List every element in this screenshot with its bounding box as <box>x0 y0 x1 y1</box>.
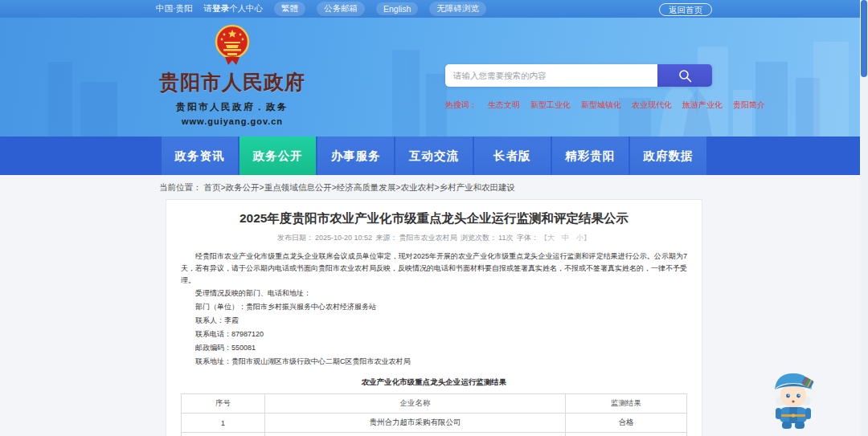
cell-result: 合格 <box>566 433 687 436</box>
nav-item-services[interactable]: 办事服务 <box>317 137 394 175</box>
header-banner: 贵阳市人民政府 贵阳市人民政府．政务 www.guiyang.gov.cn 热搜… <box>0 18 868 137</box>
font-size-switcher[interactable]: 【大 中 小】 <box>540 234 591 242</box>
table-header-row: 序号 企业名称 监测结果 <box>182 394 687 414</box>
hot-search-row: 热搜词： 生态文明 新型工业化 新型城镇化 农业现代化 旅游产业化 贵阳简介 <box>445 100 712 111</box>
assistant-mascot[interactable] <box>768 365 818 430</box>
article-paragraph: 受理情况反映的部门、电话和地址： <box>181 287 687 300</box>
search-input[interactable] <box>445 64 657 87</box>
main-navigation: 政务资讯 政务公开 办事服务 互动交流 长者版 精彩贵阳 政府数据 <box>0 137 868 175</box>
scrollbar[interactable] <box>860 0 868 436</box>
table-row: 2 贵州友禾种业有限公司 合格 <box>182 433 687 436</box>
views-value: 11次 <box>498 234 513 242</box>
hot-search-item[interactable]: 生态文明 <box>488 100 520 111</box>
accessibility-link[interactable]: 无障碍浏览 <box>429 2 486 16</box>
col-header-result: 监测结果 <box>566 394 687 414</box>
article-card: 2025年度贵阳市农业产业化市级重点龙头企业运行监测和评定结果公示 发布日期：2… <box>166 199 702 436</box>
publish-date: 2025-10-20 10:52 <box>315 234 372 242</box>
site-link[interactable]: 中国·贵阳 <box>156 3 193 14</box>
nav-item-disclosure[interactable]: 政务公开 <box>240 137 316 175</box>
search-icon <box>678 69 692 83</box>
cell-result: 合格 <box>566 414 687 433</box>
national-emblem-icon <box>214 24 251 67</box>
monitoring-result-table: 序号 企业名称 监测结果 1 贵州合力超市采购有限公司 合格 2 贵州友禾种业有… <box>181 393 687 436</box>
postal-code: 邮政编码：550081 <box>181 341 687 355</box>
login-prefix: 请 <box>204 3 213 13</box>
col-header-index: 序号 <box>182 394 265 414</box>
contact-person: 联系人：李霞 <box>181 314 687 328</box>
breadcrumb: 当前位置： 首页>政务公开>重点领域信息公开>经济高质量发展>农业农村>乡村产业… <box>159 175 709 199</box>
hot-search-item[interactable]: 贵阳简介 <box>733 100 765 111</box>
login-suffix: 个人中心 <box>229 3 263 13</box>
scrollbar-thumb[interactable] <box>861 0 867 77</box>
nav-item-news[interactable]: 政务资讯 <box>162 137 238 175</box>
nav-item-gov-data[interactable]: 政府数据 <box>630 137 706 175</box>
source-value: 贵阳市农业农村局 <box>399 234 457 242</box>
login-link[interactable]: 请登录个人中心 <box>204 3 264 14</box>
cell-company: 贵州友禾种业有限公司 <box>264 433 565 436</box>
back-home-button[interactable]: 返回首页 <box>659 3 712 16</box>
font-size-label: 字体： <box>517 234 538 242</box>
nav-item-interaction[interactable]: 互动交流 <box>395 137 472 175</box>
hot-search-item[interactable]: 新型工业化 <box>530 100 571 111</box>
search-button[interactable] <box>657 64 712 87</box>
hot-search-item[interactable]: 旅游产业化 <box>682 100 723 111</box>
traditional-chinese-link[interactable]: 繁體 <box>274 2 305 16</box>
contact-address: 联系地址：贵阳市观山湖区市级行政中心二期C区贵阳市农业农村局 <box>181 355 687 369</box>
contact-department: 部门（单位）：贵阳市乡村振兴服务中心农村经济服务站 <box>181 300 687 314</box>
hot-search-item[interactable]: 新型城镇化 <box>581 100 621 111</box>
nav-item-highlights[interactable]: 精彩贵阳 <box>552 137 628 175</box>
nav-item-senior-version[interactable]: 长者版 <box>474 137 551 175</box>
article-body: 经贵阳市农业产业化市级重点龙头企业联席会议成员单位审定，现对2025年开展的农业… <box>181 251 687 369</box>
cell-company: 贵州合力超市采购有限公司 <box>264 414 565 433</box>
site-subtitle: 贵阳市人民政府．政务 <box>176 101 289 113</box>
official-mail-link[interactable]: 公务邮箱 <box>317 2 365 16</box>
breadcrumb-label: 当前位置： <box>159 182 202 192</box>
article-title: 2025年度贵阳市农业产业化市级重点龙头企业运行监测和评定结果公示 <box>181 210 687 226</box>
breadcrumb-path[interactable]: 首页>政务公开>重点领域信息公开>经济高质量发展>农业农村>乡村产业和农田建设 <box>203 182 515 192</box>
english-link[interactable]: English <box>376 2 418 15</box>
site-title: 贵阳市人民政府 <box>159 69 305 96</box>
top-utility-bar: 中国·贵阳 请登录个人中心 繁體 公务邮箱 English 无障碍浏览 返回首页 <box>0 0 868 18</box>
contact-phone: 联系电话：87987120 <box>181 328 687 341</box>
cell-index: 1 <box>182 414 265 433</box>
article-meta: 发布日期：2025-10-20 10:52 来源：贵阳市农业农村局 浏览次数：1… <box>181 233 687 243</box>
search-bar <box>445 64 712 87</box>
site-url: www.guiyang.gov.cn <box>182 116 283 126</box>
login-bold: 登录 <box>212 3 229 13</box>
views-label: 浏览次数： <box>461 234 497 242</box>
publish-date-label: 发布日期： <box>277 234 313 242</box>
hot-search-label: 热搜词： <box>445 100 477 111</box>
table-caption: 农业产业化市级重点龙头企业运行监测结果 <box>181 377 687 388</box>
source-label: 来源： <box>376 234 398 242</box>
mascot-icon <box>768 365 818 430</box>
article-paragraph: 经贵阳市农业产业化市级重点龙头企业联席会议成员单位审定，现对2025年开展的农业… <box>181 251 687 287</box>
site-logo[interactable]: 贵阳市人民政府 贵阳市人民政府．政务 www.guiyang.gov.cn <box>156 18 309 126</box>
table-row: 1 贵州合力超市采购有限公司 合格 <box>182 414 687 433</box>
cell-index: 2 <box>182 433 265 436</box>
col-header-company: 企业名称 <box>264 394 565 414</box>
hot-search-item[interactable]: 农业现代化 <box>632 100 672 111</box>
